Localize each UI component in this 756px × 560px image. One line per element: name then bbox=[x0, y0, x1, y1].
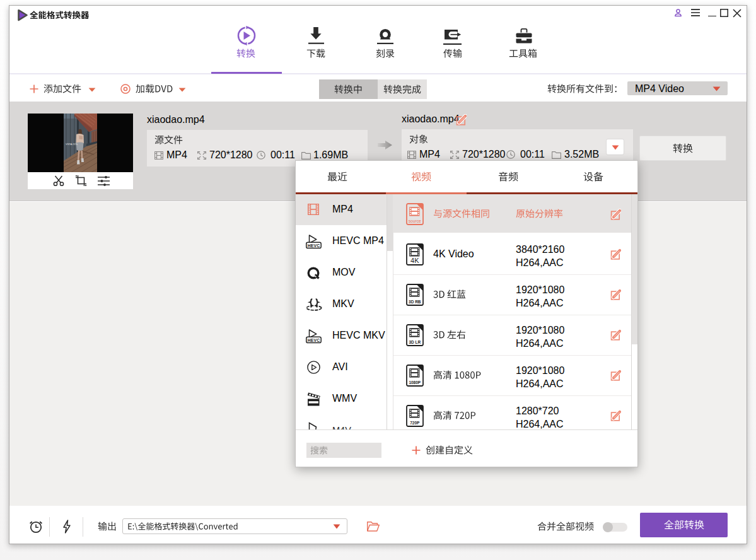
svg-text:VSTA 21%: VSTA 21% bbox=[66, 143, 78, 146]
svg-text:HEVC: HEVC bbox=[308, 243, 320, 248]
svg-text:1080P: 1080P bbox=[409, 380, 421, 385]
svg-text:HEVC: HEVC bbox=[308, 338, 320, 342]
svg-text:3D RB: 3D RB bbox=[409, 300, 421, 304]
svg-text:source: source bbox=[409, 219, 421, 223]
svg-text:3D LR: 3D LR bbox=[409, 340, 421, 344]
svg-text:4K: 4K bbox=[410, 257, 419, 264]
svg-text:720P: 720P bbox=[410, 421, 420, 425]
